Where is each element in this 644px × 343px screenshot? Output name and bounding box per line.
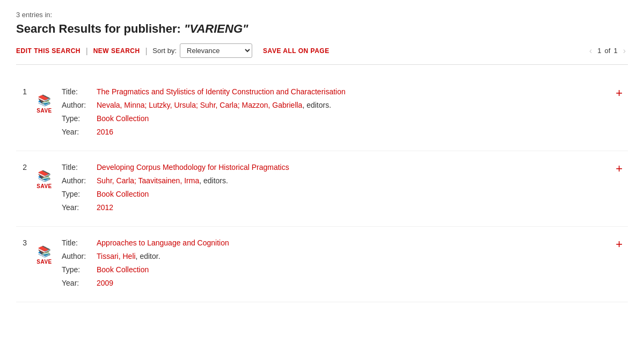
author-row: Author:Nevala, Minna; Lutzky, Ursula; Su… (62, 100, 628, 111)
next-page-button[interactable]: › (621, 47, 628, 55)
result-icon-save-group: 📚SAVE (32, 237, 56, 265)
year-label: Year: (62, 278, 97, 289)
result-item: 3📚SAVETitle:Approaches to Language and C… (16, 227, 628, 302)
title-row: Title:Approaches to Language and Cogniti… (62, 237, 628, 249)
new-search-link[interactable]: NEW SEARCH (93, 47, 140, 55)
result-icon-save-group: 📚SAVE (32, 162, 56, 189)
type-label: Type: (62, 264, 97, 275)
book-icon: 📚 (38, 95, 51, 106)
result-item: 1📚SAVETitle:The Pragmatics and Stylistic… (16, 76, 628, 151)
authors-suffix: , editor. (136, 252, 160, 260)
pagination: ‹ 1 of 1 › (587, 47, 628, 55)
author-link[interactable]: Suhr, Carla (97, 176, 134, 185)
title-value: The Pragmatics and Stylistics of Identit… (97, 86, 346, 98)
author-link[interactable]: Mazzon, Gabriella (242, 101, 303, 109)
result-details: Title:Developing Corpus Methodology for … (56, 162, 628, 215)
title-link[interactable]: The Pragmatics and Stylistics of Identit… (97, 87, 346, 96)
title-link[interactable]: Developing Corpus Methodology for Histor… (97, 163, 289, 172)
type-row: Type:Book Collection (62, 113, 628, 124)
results-list: 1📚SAVETitle:The Pragmatics and Stylistic… (16, 76, 628, 302)
toolbar: EDIT THIS SEARCH | NEW SEARCH | Sort by:… (16, 43, 628, 65)
save-all-button[interactable]: SAVE ALL ON PAGE (263, 47, 330, 55)
result-number: 2 (16, 162, 32, 172)
entries-count: 3 entries in: (16, 11, 628, 19)
author-row: Author:Suhr, Carla; Taavitsainen, Irma, … (62, 175, 628, 187)
author-row: Author:Tissari, Heli, editor. (62, 251, 628, 262)
author-link[interactable]: Suhr, Carla (200, 101, 238, 109)
search-heading: Search Results for publisher: "VARIENG" (16, 22, 628, 36)
save-button[interactable]: SAVE (36, 259, 52, 265)
author-link[interactable]: Tissari, Heli (97, 252, 136, 260)
type-value: Book Collection (97, 264, 149, 275)
title-label: Title: (62, 162, 97, 173)
add-button[interactable]: + (616, 238, 623, 250)
author-link[interactable]: Nevala, Minna (97, 101, 145, 109)
book-icon: 📚 (38, 170, 51, 181)
title-value: Approaches to Language and Cognition (97, 237, 229, 249)
toolbar-separator: | (86, 47, 88, 55)
add-button[interactable]: + (616, 163, 623, 175)
year-label: Year: (62, 202, 97, 213)
author-label: Author: (62, 175, 97, 187)
type-value: Book Collection (97, 189, 149, 200)
author-link[interactable]: Lutzky, Ursula (149, 101, 196, 109)
page-total: 1 (613, 47, 617, 55)
type-row: Type:Book Collection (62, 264, 628, 275)
author-value: Tissari, Heli, editor. (97, 251, 160, 262)
year-value: 2012 (97, 202, 113, 213)
type-row: Type:Book Collection (62, 189, 628, 200)
title-label: Title: (62, 237, 97, 249)
page-of-label: of (605, 47, 611, 55)
type-label: Type: (62, 113, 97, 124)
result-icon-save-group: 📚SAVE (32, 86, 56, 114)
title-value: Developing Corpus Methodology for Histor… (97, 162, 289, 173)
add-button[interactable]: + (616, 87, 623, 99)
sort-label: Sort by: (152, 47, 177, 55)
title-label: Title: (62, 86, 97, 98)
author-value: Suhr, Carla; Taavitsainen, Irma, editors… (97, 175, 228, 187)
year-row: Year:2012 (62, 202, 628, 213)
prev-page-button[interactable]: ‹ (587, 47, 594, 55)
result-details: Title:The Pragmatics and Stylistics of I… (56, 86, 628, 140)
author-link[interactable]: Taavitsainen, Irma (138, 176, 200, 185)
authors-suffix: , editors. (199, 176, 228, 185)
type-value: Book Collection (97, 113, 149, 124)
save-button[interactable]: SAVE (36, 183, 52, 189)
title-link[interactable]: Approaches to Language and Cognition (97, 238, 229, 247)
title-row: Title:Developing Corpus Methodology for … (62, 162, 628, 173)
type-label: Type: (62, 189, 97, 200)
result-number: 3 (16, 237, 32, 247)
year-row: Year:2016 (62, 126, 628, 138)
author-label: Author: (62, 100, 97, 111)
title-row: Title:The Pragmatics and Stylistics of I… (62, 86, 628, 98)
toolbar-separator-2: | (145, 47, 148, 55)
result-details: Title:Approaches to Language and Cogniti… (56, 237, 628, 291)
edit-search-link[interactable]: EDIT THIS SEARCH (16, 47, 80, 55)
year-label: Year: (62, 126, 97, 138)
sort-select[interactable]: Relevance Date (newest) Date (oldest) Ti… (180, 43, 252, 58)
page-current: 1 (597, 47, 601, 55)
author-label: Author: (62, 251, 97, 262)
year-value: 2009 (97, 278, 113, 289)
result-item: 2📚SAVETitle:Developing Corpus Methodolog… (16, 151, 628, 227)
authors-suffix: , editors. (302, 101, 331, 109)
result-number: 1 (16, 86, 32, 96)
year-value: 2016 (97, 126, 113, 138)
book-icon: 📚 (38, 246, 51, 257)
author-value: Nevala, Minna; Lutzky, Ursula; Suhr, Car… (97, 100, 331, 111)
save-button[interactable]: SAVE (36, 108, 52, 114)
year-row: Year:2009 (62, 278, 628, 289)
